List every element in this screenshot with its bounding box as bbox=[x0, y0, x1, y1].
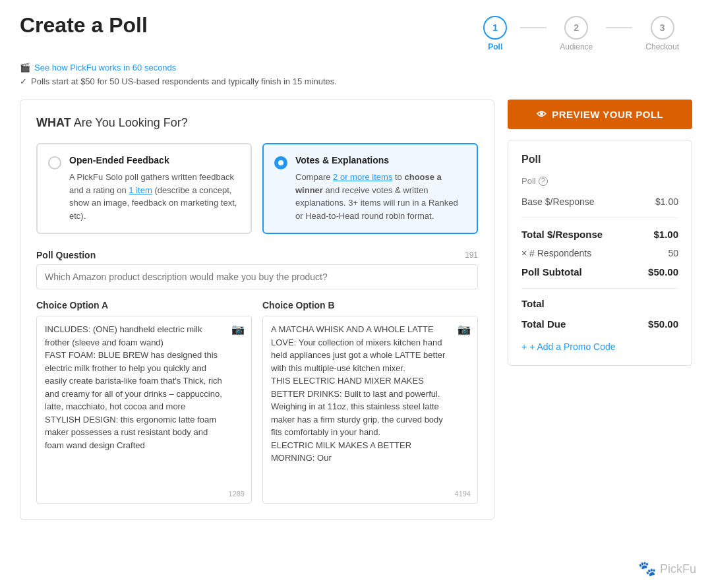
choice-b-char-count: 4194 bbox=[455, 490, 471, 498]
info-text-row: ✓ Polls start at $50 for 50 US-based res… bbox=[20, 76, 692, 86]
page-header: Create a Poll 1 Poll 2 Audience 3 Checko… bbox=[20, 13, 692, 51]
footer-logo: 🐾 PickFu bbox=[638, 560, 696, 577]
poll-question-field: Poll Question 191 Which Amazon product d… bbox=[36, 250, 478, 289]
choice-options-row: Choice Option A INCLUDES: (ONE) handheld… bbox=[36, 300, 478, 504]
open-ended-content: Open-Ended Feedback A PickFu Solo poll g… bbox=[69, 155, 240, 222]
subtotal-label: Poll Subtotal bbox=[521, 266, 582, 278]
section-title-rest: Are You Looking For? bbox=[74, 116, 188, 129]
main-layout: WHAT Are You Looking For? Open-Ended Fee… bbox=[20, 100, 692, 520]
total-due-value: $50.00 bbox=[648, 318, 678, 330]
step-connector-1 bbox=[520, 27, 547, 28]
preview-poll-button[interactable]: 👁 PREVIEW YOUR POLL bbox=[508, 100, 692, 129]
poll-question-char-count: 191 bbox=[465, 250, 478, 260]
pricing-sub-section: Poll bbox=[521, 176, 536, 186]
choice-a-textarea[interactable]: INCLUDES: (ONE) handheld electric milk f… bbox=[37, 316, 251, 501]
votes-content: Votes & Explanations Compare 2 or more i… bbox=[295, 155, 466, 222]
pricing-poll-label: Poll ? bbox=[521, 176, 678, 186]
radio-votes[interactable] bbox=[274, 156, 287, 169]
choice-b-label: Choice Option B bbox=[262, 300, 478, 310]
total-per-response-row: Total $/Response $1.00 bbox=[521, 225, 678, 244]
page-title: Create a Poll bbox=[20, 13, 148, 38]
respondents-value: 50 bbox=[668, 248, 678, 258]
help-icon[interactable]: ? bbox=[539, 177, 548, 186]
votes-title: Votes & Explanations bbox=[295, 155, 466, 165]
total-section-header: Total bbox=[521, 298, 678, 309]
promo-code-link[interactable]: + + Add a Promo Code bbox=[521, 341, 678, 352]
step-3-label: Checkout bbox=[645, 42, 679, 51]
poll-type-options: Open-Ended Feedback A PickFu Solo poll g… bbox=[36, 143, 478, 234]
votes-desc: Compare 2 or more items to choose a winn… bbox=[295, 171, 466, 222]
promo-code-label: + Add a Promo Code bbox=[529, 341, 615, 352]
film-icon: 🎬 bbox=[20, 63, 30, 73]
step-poll[interactable]: 1 Poll bbox=[483, 16, 507, 51]
video-link-text: See how PickFu works in 60 seconds bbox=[34, 63, 176, 73]
total-per-response-label: Total $/Response bbox=[521, 229, 603, 240]
choice-option-b: Choice Option B A MATCHA WHISK AND A WHO… bbox=[262, 300, 478, 504]
choice-option-a: Choice Option A INCLUDES: (ONE) handheld… bbox=[36, 300, 252, 504]
left-panel: WHAT Are You Looking For? Open-Ended Fee… bbox=[20, 100, 494, 520]
camera-icon-b[interactable]: 📷 bbox=[458, 323, 471, 336]
step-audience[interactable]: 2 Audience bbox=[560, 16, 593, 51]
eye-icon: 👁 bbox=[537, 109, 547, 120]
section-title-what: WHAT bbox=[36, 116, 71, 129]
respondents-label: × # Respondents bbox=[521, 248, 591, 258]
items-link[interactable]: 2 or more items bbox=[333, 172, 392, 182]
poll-question-input[interactable]: Which Amazon product description would m… bbox=[36, 264, 478, 289]
pickfu-logo-text: PickFu bbox=[660, 562, 696, 576]
choice-a-label: Choice Option A bbox=[36, 300, 252, 310]
step-checkout[interactable]: 3 Checkout bbox=[645, 16, 679, 51]
step-2-label: Audience bbox=[560, 42, 593, 51]
steps-indicator: 1 Poll 2 Audience 3 Checkout bbox=[470, 16, 692, 51]
sub-info: 🎬 See how PickFu works in 60 seconds ✓ P… bbox=[20, 62, 692, 86]
pickfu-logo-icon: 🐾 bbox=[638, 560, 656, 577]
radio-open-ended[interactable] bbox=[48, 156, 61, 169]
choice-b-wrapper: A MATCHA WHISK AND A WHOLE LATTE LOVE: Y… bbox=[262, 316, 478, 504]
base-response-row: Base $/Response $1.00 bbox=[521, 192, 678, 211]
open-ended-desc: A PickFu Solo poll gathers written feedb… bbox=[69, 171, 240, 222]
checkmark-icon: ✓ bbox=[20, 76, 27, 86]
subtotal-value: $50.00 bbox=[648, 266, 678, 278]
section-title: WHAT Are You Looking For? bbox=[36, 116, 478, 130]
step-3-circle: 3 bbox=[651, 16, 674, 40]
camera-icon-a[interactable]: 📷 bbox=[231, 323, 245, 336]
choice-a-char-count: 1289 bbox=[229, 490, 245, 498]
choice-b-textarea[interactable]: A MATCHA WHISK AND A WHOLE LATTE LOVE: Y… bbox=[263, 316, 477, 501]
divider-1 bbox=[521, 218, 678, 218]
total-per-response-value: $1.00 bbox=[653, 229, 678, 240]
preview-btn-label: PREVIEW YOUR POLL bbox=[552, 109, 663, 120]
info-text: Polls start at $50 for 50 US-based respo… bbox=[31, 76, 337, 86]
base-response-label: Base $/Response bbox=[521, 196, 595, 207]
right-panel: 👁 PREVIEW YOUR POLL Poll Poll ? Base $/R… bbox=[508, 100, 692, 366]
video-link[interactable]: 🎬 See how PickFu works in 60 seconds bbox=[20, 63, 176, 73]
poll-type-open-ended[interactable]: Open-Ended Feedback A PickFu Solo poll g… bbox=[36, 143, 252, 234]
one-item-link[interactable]: 1 item bbox=[129, 185, 152, 195]
step-1-label: Poll bbox=[488, 42, 502, 51]
poll-question-label: Poll Question bbox=[36, 250, 96, 260]
step-1-circle: 1 bbox=[483, 16, 507, 40]
pricing-card: Poll Poll ? Base $/Response $1.00 Total … bbox=[508, 140, 692, 366]
base-response-value: $1.00 bbox=[655, 196, 678, 207]
step-2-circle: 2 bbox=[564, 16, 588, 40]
poll-type-votes[interactable]: Votes & Explanations Compare 2 or more i… bbox=[262, 143, 478, 234]
open-ended-title: Open-Ended Feedback bbox=[69, 155, 240, 165]
total-due-row: Total Due $50.00 bbox=[521, 314, 678, 334]
pricing-main-title: Poll bbox=[521, 154, 678, 165]
choice-a-wrapper: INCLUDES: (ONE) handheld electric milk f… bbox=[36, 316, 252, 504]
total-due-label: Total Due bbox=[521, 318, 566, 330]
respondents-row: × # Respondents 50 bbox=[521, 244, 678, 262]
step-connector-2 bbox=[606, 27, 632, 28]
plus-icon: + bbox=[521, 341, 527, 352]
divider-2 bbox=[521, 288, 678, 289]
poll-question-label-row: Poll Question 191 bbox=[36, 250, 478, 260]
subtotal-row: Poll Subtotal $50.00 bbox=[521, 262, 678, 281]
